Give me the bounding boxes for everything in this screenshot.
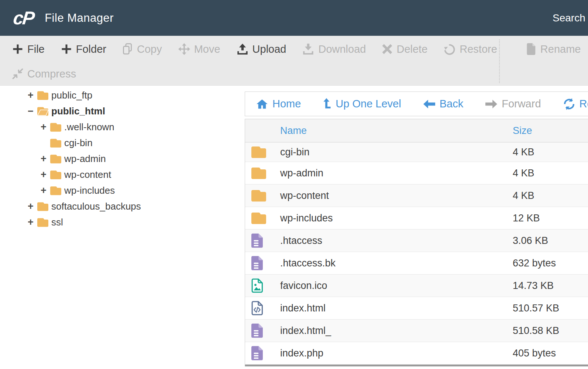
compress-icon [12, 68, 23, 79]
table-row-wp-content[interactable]: wp-content 4 KB [245, 184, 588, 207]
text-file-icon [251, 346, 263, 361]
rename-document-icon [527, 43, 536, 55]
tree-item-well-known[interactable]: + .well-known [0, 119, 244, 135]
search-label: Search [553, 12, 585, 24]
tree-item-label: cgi-bin [64, 137, 93, 149]
file-size: 12 KB [513, 213, 540, 224]
move-button[interactable]: Move [178, 43, 220, 55]
folder-closed-icon [50, 138, 61, 148]
table-row-wp-admin[interactable]: wp-admin 4 KB [245, 162, 588, 184]
tree-item-label: wp-includes [64, 185, 115, 196]
delete-button-label: Delete [396, 43, 427, 55]
move-icon [178, 43, 190, 55]
compress-button-label: Compress [27, 68, 76, 80]
expand-plus-icon[interactable]: + [28, 201, 37, 212]
content-area: + public_ftp − public_html + .well-known [0, 86, 588, 369]
tree-item-label: public_ftp [51, 90, 92, 101]
folder-button[interactable]: Folder [61, 43, 106, 55]
tree-item-ssl[interactable]: + ssl [0, 214, 244, 230]
table-row-favicon-ico[interactable]: favicon.ico 14.73 KB [245, 275, 588, 297]
delete-button[interactable]: Delete [382, 43, 427, 55]
plus-icon [12, 44, 23, 55]
delete-x-icon [382, 44, 392, 54]
file-size: 4 KB [513, 190, 534, 201]
folder-closed-icon [50, 186, 61, 195]
toolbar-divider [499, 39, 500, 83]
expand-plus-icon[interactable]: + [41, 153, 50, 165]
home-icon [256, 99, 268, 109]
file-name: .htaccess.bk [280, 258, 336, 269]
rename-button-label: Rename [540, 43, 581, 55]
file-size: 4 KB [513, 146, 534, 158]
tree-item-label: softaculous_backups [51, 201, 141, 212]
copy-button[interactable]: Copy [123, 43, 162, 55]
download-button[interactable]: Download [302, 43, 366, 55]
toolbar-row-1: File Folder Copy Move [0, 36, 588, 62]
tree-item-softaculous_backups[interactable]: + softaculous_backups [0, 199, 244, 214]
tree-item-public_html[interactable]: − public_html [0, 103, 244, 119]
upload-button[interactable]: Upload [237, 43, 286, 55]
tree-item-public_ftp[interactable]: + public_ftp [0, 87, 244, 103]
reload-button[interactable]: Reload [563, 98, 588, 110]
expand-plus-icon[interactable]: + [41, 185, 50, 196]
tree-item-label: wp-content [64, 169, 111, 180]
expand-plus-icon[interactable]: + [41, 169, 50, 180]
file-name: index.html [280, 303, 326, 314]
table-row-index-html-underscore[interactable]: index.html_ 510.58 KB [245, 320, 588, 342]
file-size: 3.06 KB [513, 235, 548, 246]
table-row-htaccess[interactable]: .htaccess 3.06 KB [245, 230, 588, 252]
up-one-level-button[interactable]: Up One Level [323, 98, 401, 110]
table-bottom-edge [245, 365, 588, 366]
expand-plus-icon[interactable]: + [28, 90, 37, 101]
back-button-label: Back [440, 98, 463, 110]
tree-item-cgi-bin[interactable]: cgi-bin [0, 135, 244, 151]
table-row-cgi-bin[interactable]: cgi-bin 4 KB [245, 142, 588, 162]
plus-icon [61, 44, 72, 55]
copy-icon [123, 43, 133, 55]
navigation-bar: Home Up One Level Back Forward [245, 92, 588, 116]
reload-button-label: Reload [580, 98, 588, 110]
folder-closed-icon [37, 91, 48, 100]
restore-icon [444, 43, 455, 55]
back-button[interactable]: Back [423, 98, 463, 110]
file-button[interactable]: File [12, 43, 45, 55]
folder-closed-icon [37, 202, 48, 211]
compress-button[interactable]: Compress [12, 68, 76, 80]
table-row-wp-includes[interactable]: wp-includes 12 KB [245, 207, 588, 230]
expand-plus-icon[interactable]: + [28, 217, 37, 228]
tree-item-wp-admin[interactable]: + wp-admin [0, 151, 244, 167]
rename-button[interactable]: Rename [527, 43, 581, 55]
sort-by-size-header[interactable]: Size [513, 119, 532, 142]
file-name: favicon.ico [280, 280, 327, 292]
table-row-index-html[interactable]: index.html 510.57 KB [245, 297, 588, 320]
copy-button-label: Copy [137, 43, 162, 55]
file-size: 405 bytes [513, 348, 556, 359]
file-size: 510.57 KB [513, 303, 559, 314]
image-file-icon [251, 279, 263, 293]
table-row-htaccess-bk[interactable]: .htaccess.bk 632 bytes [245, 252, 588, 275]
folder-icon [251, 167, 266, 179]
restore-button[interactable]: Restore [444, 43, 497, 55]
restore-button-label: Restore [460, 43, 497, 55]
tree-item-wp-includes[interactable]: + wp-includes [0, 183, 244, 199]
forward-button[interactable]: Forward [485, 98, 541, 110]
file-size: 632 bytes [513, 258, 556, 269]
home-button-label: Home [272, 98, 301, 110]
file-name: index.php [280, 348, 323, 359]
expand-plus-icon[interactable]: + [41, 121, 50, 133]
text-file-icon [251, 256, 263, 270]
tree-item-label: public_html [51, 106, 105, 117]
collapse-minus-icon[interactable]: − [28, 106, 37, 117]
reload-icon [563, 98, 575, 110]
file-name: wp-includes [280, 213, 333, 224]
tree-item-wp-content[interactable]: + wp-content [0, 167, 244, 183]
sort-by-name-header[interactable]: Name [280, 119, 307, 142]
folder-closed-icon [37, 218, 48, 227]
folder-closed-icon [50, 123, 61, 132]
table-row-index-php[interactable]: index.php 405 bytes [245, 342, 588, 365]
file-list-panel: Home Up One Level Back Forward [245, 86, 588, 369]
file-name: .htaccess [280, 235, 322, 246]
home-button[interactable]: Home [256, 98, 301, 110]
cpanel-logo: cP [12, 7, 35, 29]
folder-button-label: Folder [76, 43, 106, 55]
